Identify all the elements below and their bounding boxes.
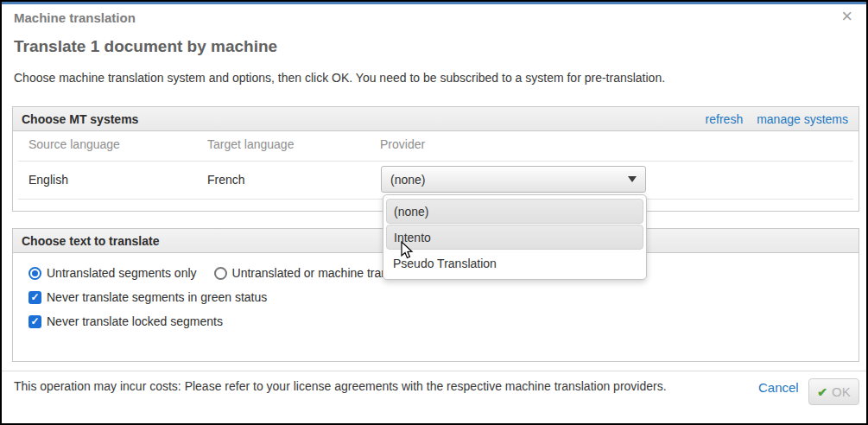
checkbox-label: Never translate segments in green status	[47, 290, 267, 304]
dropdown-option-intento[interactable]: Intento	[386, 225, 643, 250]
ok-button[interactable]: ✔ OK	[808, 378, 859, 405]
close-icon[interactable]: ×	[841, 7, 852, 26]
radio-untranslated-only[interactable]: Untranslated segments only	[29, 266, 197, 280]
text-panel-title: Choose text to translate	[22, 234, 159, 248]
target-language-cell: French	[207, 173, 245, 187]
provider-select-value: (none)	[390, 173, 425, 187]
provider-dropdown-list: (none) Intento Pseudo Translation	[383, 194, 647, 280]
machine-translation-dialog: Machine translation × Translate 1 docume…	[0, 0, 868, 425]
footer-divider	[2, 371, 866, 371]
dialog-top-accent-bar	[2, 2, 866, 4]
dialog-title: Machine translation	[14, 10, 136, 25]
radio-label: Untranslated segments only	[47, 266, 197, 280]
manage-systems-link[interactable]: manage systems	[757, 112, 848, 126]
cost-warning-text: This operation may incur costs: Please r…	[14, 379, 667, 393]
checkbox-never-locked[interactable]: ✓ Never translate locked segments	[29, 314, 580, 328]
table-header-divider	[18, 161, 853, 162]
provider-select[interactable]: (none)	[381, 166, 646, 193]
radio-selected-icon	[29, 267, 41, 280]
checkbox-checked-icon: ✓	[29, 291, 41, 304]
dialog-description: Choose machine translation system and op…	[14, 71, 665, 85]
radio-unselected-icon	[214, 267, 227, 280]
checkbox-checked-icon: ✓	[29, 315, 41, 328]
source-language-cell: English	[29, 173, 68, 187]
chevron-down-icon	[628, 176, 637, 182]
column-header-target-language: Target language	[207, 137, 294, 151]
mt-systems-panel-header: Choose MT systems refresh manage systems	[13, 107, 858, 131]
dropdown-option-none[interactable]: (none)	[386, 199, 643, 224]
check-icon: ✔	[817, 385, 827, 399]
column-header-source-language: Source language	[29, 137, 120, 151]
column-header-provider: Provider	[380, 137, 425, 151]
dropdown-option-pseudo-translation[interactable]: Pseudo Translation	[386, 251, 643, 276]
cancel-button[interactable]: Cancel	[758, 380, 799, 395]
page-title: Translate 1 document by machine	[14, 37, 277, 56]
checkbox-label: Never translate locked segments	[47, 314, 223, 328]
ok-button-label: OK	[832, 384, 851, 399]
refresh-link[interactable]: refresh	[706, 112, 744, 126]
mt-systems-panel-title: Choose MT systems	[22, 112, 138, 126]
checkbox-never-green-status[interactable]: ✓ Never translate segments in green stat…	[29, 290, 580, 304]
